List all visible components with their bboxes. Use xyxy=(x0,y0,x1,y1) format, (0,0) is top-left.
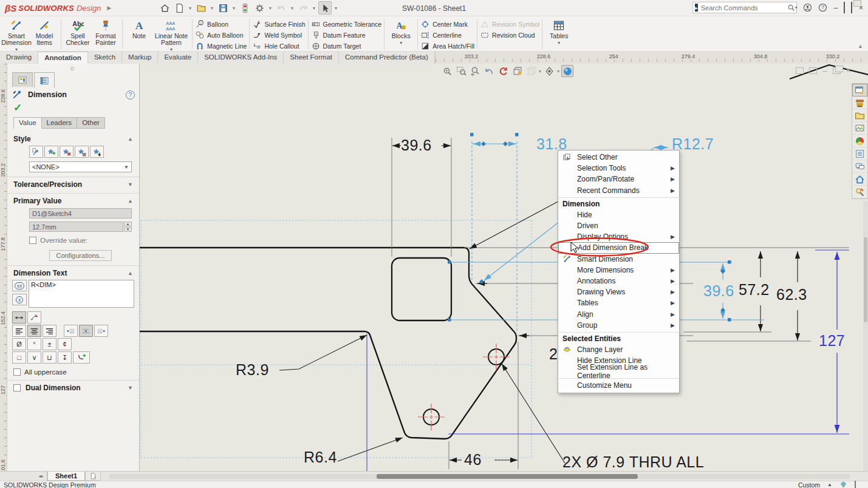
menu-item-annotations[interactable]: Annotations▶ xyxy=(558,276,679,286)
ribbon-auto-balloon-button[interactable]: Auto Balloon xyxy=(195,30,247,39)
scale-selector[interactable]: Custom xyxy=(798,481,820,488)
ok-checkmark-button[interactable]: ✓ xyxy=(13,101,22,114)
menu-item-zoom-pan-rotate[interactable]: Zoom/Pan/Rotate▶ xyxy=(558,174,679,185)
menu-item-selection-tools[interactable]: Selection Tools▶ xyxy=(558,163,679,174)
ribbon-collapse-icon[interactable]: ▲ xyxy=(858,43,863,49)
options-gear-button-dropdown-icon[interactable]: ▾ xyxy=(267,5,273,11)
hud-zoom-inout-button[interactable] xyxy=(469,65,481,77)
hud-pan-3d-button[interactable] xyxy=(511,65,523,77)
taskpane-custom-properties-button[interactable] xyxy=(852,147,867,160)
taskpane-3dexperience-home-button[interactable] xyxy=(852,173,867,186)
ribbon-model-items-button[interactable]: ModelItems xyxy=(30,18,58,52)
ribbon-blocks-button[interactable]: ABlocks▾ xyxy=(387,18,415,46)
hud-previous-view-button[interactable] xyxy=(483,65,495,77)
style-del-button[interactable] xyxy=(60,146,73,158)
tab-solidworks-add-ins[interactable]: SOLIDWORKS Add-Ins xyxy=(198,52,284,64)
dim-57-2[interactable]: 57.2 xyxy=(739,281,770,299)
ribbon-smart-dimension-button[interactable]: SmartDimension▾ xyxy=(2,18,30,52)
restore-button[interactable] xyxy=(851,2,852,13)
doc-minimize-button[interactable]: – xyxy=(822,66,827,75)
menu-item-customize-menu[interactable]: Customize Menu xyxy=(558,380,679,391)
menu-item-tables[interactable]: Tables▶ xyxy=(558,297,679,308)
ribbon-revision-cloud-button[interactable]: Revision Cloud xyxy=(480,30,539,39)
save-button-dropdown-icon[interactable]: ▾ xyxy=(231,5,237,11)
pm-subtab-value[interactable]: Value xyxy=(13,117,42,129)
override-value-checkbox[interactable] xyxy=(29,237,36,244)
menu-item-change-layer[interactable]: Change Layer xyxy=(558,344,679,355)
dimension-text-input[interactable]: R<DIM> xyxy=(29,280,134,308)
ribbon-format-painter-button[interactable]: FormatPainter xyxy=(92,18,120,46)
new-document-button-dropdown-icon[interactable]: ▾ xyxy=(187,5,193,11)
options-gear-button[interactable] xyxy=(253,1,266,15)
all-uppercase-checkbox[interactable] xyxy=(13,368,21,376)
taskpane-view-palette-button[interactable] xyxy=(852,122,867,135)
pane-left-icon[interactable] xyxy=(796,67,804,74)
menu-item-driven[interactable]: Driven xyxy=(558,220,679,231)
menu-item-set-extension-line-as-centerline[interactable]: Set Extension Line as Centerline xyxy=(558,366,679,377)
callout-button[interactable]: ¢ xyxy=(58,338,72,350)
sheet-nav-buttons[interactable]: ◂▸ xyxy=(35,472,47,481)
ribbon-surface-finish-button[interactable]: Surface Finish xyxy=(252,19,305,29)
align-left-button[interactable] xyxy=(12,325,26,337)
horizontal-scrollbar[interactable] xyxy=(109,474,850,479)
ribbon-area-hatch-fill-button[interactable]: Area Hatch/Fill xyxy=(420,41,474,50)
ribbon-hole-callout-button[interactable]: ØHole Callout xyxy=(252,41,305,50)
dropdown-icon[interactable]: ▾ xyxy=(400,40,402,46)
ribbon-geometric-tolerance-button[interactable]: Geometric Tolerance xyxy=(311,19,382,29)
degree-button[interactable]: ° xyxy=(27,338,41,350)
select-tool-button-dropdown-icon[interactable]: ▾ xyxy=(333,5,339,11)
menu-item-more-dimensions[interactable]: More Dimensions▶ xyxy=(558,265,679,276)
style-load-button[interactable] xyxy=(90,146,104,158)
traffic-light-icon[interactable] xyxy=(238,1,251,15)
taskpane-solidworks-forum-button[interactable] xyxy=(852,160,867,173)
dim-62-3[interactable]: 62.3 xyxy=(776,286,807,303)
sheet-tab[interactable]: Sheet1 xyxy=(47,472,85,481)
menu-item-select-other[interactable]: Select Other xyxy=(558,152,679,163)
editor-icon[interactable] xyxy=(855,481,856,488)
help-icon[interactable]: ? xyxy=(126,90,135,100)
menu-item-display-options[interactable]: Display Options▶ xyxy=(558,231,679,242)
dim-39-6-top[interactable]: 39.6 xyxy=(401,137,432,154)
performance-icon[interactable] xyxy=(839,481,847,488)
tab-command-predictor-beta-[interactable]: Command Predictor (Beta) xyxy=(339,52,435,64)
tab-sketch[interactable]: Sketch xyxy=(88,52,122,64)
tab-drawing[interactable]: Drawing xyxy=(0,52,38,64)
expand-icon[interactable]: ▼ xyxy=(128,385,133,391)
new-document-button[interactable] xyxy=(173,1,186,15)
menu-item-align[interactable]: Align▶ xyxy=(558,308,679,319)
hud-zoom-area-button[interactable] xyxy=(455,65,467,77)
pm-subtab-leaders[interactable]: Leaders xyxy=(42,117,78,129)
menu-expand-arrow[interactable]: ▶ xyxy=(107,5,111,11)
menu-item-group[interactable]: Group▶ xyxy=(558,320,679,331)
taskpane-file-explorer-button[interactable] xyxy=(852,109,867,122)
configurations-button[interactable]: Configurations... xyxy=(49,250,111,261)
search-commands-box[interactable]: ▸ ▾ xyxy=(692,2,797,13)
style-save-button[interactable] xyxy=(75,146,89,158)
hud-rotate-view-button[interactable] xyxy=(497,65,509,77)
open-document-button[interactable] xyxy=(194,1,208,15)
collapse-icon[interactable]: ▲ xyxy=(128,198,133,204)
diameter-button[interactable]: Ø xyxy=(12,338,26,350)
vee-button[interactable]: ∨ xyxy=(27,351,41,364)
featuremanager-tab[interactable] xyxy=(12,72,33,87)
redo-button[interactable] xyxy=(296,1,310,15)
help-icon[interactable]: ? xyxy=(818,3,827,12)
menu-item-add-dimension-break[interactable]: Add Dimension Break xyxy=(558,242,679,253)
taskpane-sw-addins-button[interactable] xyxy=(852,186,867,198)
doc-close-button[interactable]: × xyxy=(846,66,851,75)
hud-display-style-dropdown-icon[interactable]: ▾ xyxy=(539,69,541,74)
ribbon-linear-note-pattern-button[interactable]: AAAAAALinear NotePattern▾ xyxy=(153,18,190,52)
undo-button-dropdown-icon[interactable]: ▾ xyxy=(289,5,295,11)
vertical-scrollbar[interactable] xyxy=(863,201,868,471)
black-dimensions[interactable] xyxy=(279,146,798,463)
note-2x-holes[interactable]: 2X Ø 7.9 THRU ALL xyxy=(562,453,704,471)
style-dropdown[interactable]: <NONE>▼ xyxy=(29,161,132,172)
collapse-icon[interactable]: ▲ xyxy=(128,270,133,276)
undo-button[interactable] xyxy=(275,1,288,15)
ribbon-tables-button[interactable]: Tables▾ xyxy=(545,18,573,46)
tab-evaluate[interactable]: Evaluate xyxy=(158,52,198,64)
ubracket-button[interactable]: ⊔ xyxy=(43,351,56,364)
menu-item-recent-commands[interactable]: Recent Commands▶ xyxy=(558,185,679,196)
menu-item-drawing-views[interactable]: Drawing Views▶ xyxy=(558,286,679,297)
dimension-text-inline-icon[interactable]: x xyxy=(12,294,27,305)
